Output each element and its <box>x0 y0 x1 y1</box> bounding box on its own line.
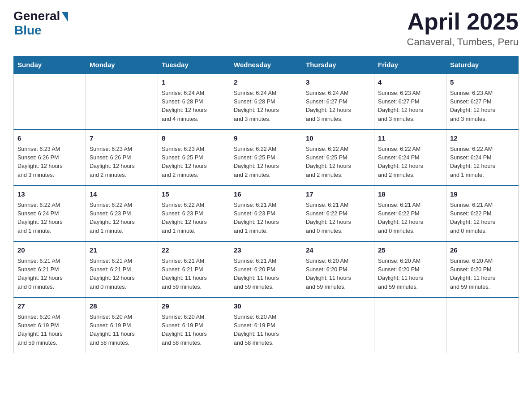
day-number: 12 <box>450 133 515 144</box>
day-number: 15 <box>162 189 226 200</box>
day-number: 11 <box>378 133 442 144</box>
day-info: Sunrise: 6:20 AMSunset: 6:19 PMDaylight:… <box>234 313 298 348</box>
calendar-cell: 24Sunrise: 6:20 AMSunset: 6:20 PMDayligh… <box>302 241 374 297</box>
day-number: 28 <box>90 301 154 312</box>
day-number: 3 <box>306 77 370 88</box>
logo-blue-text: Blue <box>14 23 42 38</box>
day-number: 23 <box>234 245 298 256</box>
calendar-cell: 13Sunrise: 6:22 AMSunset: 6:24 PMDayligh… <box>14 185 86 241</box>
calendar-cell: 23Sunrise: 6:21 AMSunset: 6:20 PMDayligh… <box>230 241 302 297</box>
day-info: Sunrise: 6:22 AMSunset: 6:24 PMDaylight:… <box>378 145 442 180</box>
day-number: 14 <box>90 189 154 200</box>
calendar-cell: 30Sunrise: 6:20 AMSunset: 6:19 PMDayligh… <box>230 297 302 353</box>
day-info: Sunrise: 6:22 AMSunset: 6:24 PMDaylight:… <box>17 201 82 236</box>
day-number: 8 <box>162 133 226 144</box>
day-info: Sunrise: 6:22 AMSunset: 6:25 PMDaylight:… <box>234 145 298 180</box>
day-info: Sunrise: 6:21 AMSunset: 6:22 PMDaylight:… <box>306 201 370 236</box>
day-number: 9 <box>234 133 298 144</box>
day-info: Sunrise: 6:22 AMSunset: 6:25 PMDaylight:… <box>306 145 370 180</box>
calendar-cell: 19Sunrise: 6:21 AMSunset: 6:22 PMDayligh… <box>446 185 519 241</box>
day-number: 18 <box>378 189 442 200</box>
day-info: Sunrise: 6:23 AMSunset: 6:26 PMDaylight:… <box>17 145 82 180</box>
day-number: 13 <box>17 189 82 200</box>
calendar-table: SundayMondayTuesdayWednesdayThursdayFrid… <box>13 56 519 353</box>
title-block: April 2025 Canaveral, Tumbes, Peru <box>407 9 519 48</box>
calendar-title: April 2025 <box>407 9 519 34</box>
calendar-cell: 21Sunrise: 6:21 AMSunset: 6:21 PMDayligh… <box>86 241 158 297</box>
calendar-week-row: 1Sunrise: 6:24 AMSunset: 6:28 PMDaylight… <box>14 73 519 129</box>
calendar-subtitle: Canaveral, Tumbes, Peru <box>407 36 519 48</box>
day-info: Sunrise: 6:22 AMSunset: 6:24 PMDaylight:… <box>450 145 515 180</box>
day-number: 10 <box>306 133 370 144</box>
header-friday: Friday <box>374 56 446 74</box>
day-info: Sunrise: 6:23 AMSunset: 6:25 PMDaylight:… <box>162 145 226 180</box>
day-info: Sunrise: 6:20 AMSunset: 6:20 PMDaylight:… <box>306 257 370 292</box>
day-info: Sunrise: 6:23 AMSunset: 6:27 PMDaylight:… <box>450 89 515 124</box>
calendar-cell <box>14 73 86 129</box>
header-saturday: Saturday <box>446 56 519 74</box>
calendar-cell: 28Sunrise: 6:20 AMSunset: 6:19 PMDayligh… <box>86 297 158 353</box>
day-info: Sunrise: 6:21 AMSunset: 6:21 PMDaylight:… <box>17 257 82 292</box>
day-number: 27 <box>17 301 82 312</box>
calendar-cell: 3Sunrise: 6:24 AMSunset: 6:27 PMDaylight… <box>302 73 374 129</box>
header-monday: Monday <box>86 56 158 74</box>
day-info: Sunrise: 6:22 AMSunset: 6:23 PMDaylight:… <box>90 201 154 236</box>
day-number: 22 <box>162 245 226 256</box>
logo-arrow-icon <box>62 12 68 22</box>
day-info: Sunrise: 6:21 AMSunset: 6:22 PMDaylight:… <box>450 201 515 236</box>
calendar-cell: 5Sunrise: 6:23 AMSunset: 6:27 PMDaylight… <box>446 73 519 129</box>
calendar-cell: 18Sunrise: 6:21 AMSunset: 6:22 PMDayligh… <box>374 185 446 241</box>
calendar-week-row: 20Sunrise: 6:21 AMSunset: 6:21 PMDayligh… <box>14 241 519 297</box>
day-number: 26 <box>450 245 515 256</box>
calendar-cell <box>374 297 446 353</box>
calendar-cell: 16Sunrise: 6:21 AMSunset: 6:23 PMDayligh… <box>230 185 302 241</box>
header-wednesday: Wednesday <box>230 56 302 74</box>
calendar-cell: 15Sunrise: 6:22 AMSunset: 6:23 PMDayligh… <box>158 185 230 241</box>
day-info: Sunrise: 6:24 AMSunset: 6:28 PMDaylight:… <box>162 89 226 124</box>
day-number: 17 <box>306 189 370 200</box>
calendar-cell: 29Sunrise: 6:20 AMSunset: 6:19 PMDayligh… <box>158 297 230 353</box>
calendar-cell: 10Sunrise: 6:22 AMSunset: 6:25 PMDayligh… <box>302 129 374 185</box>
calendar-header-row: SundayMondayTuesdayWednesdayThursdayFrid… <box>14 56 519 74</box>
day-number: 4 <box>378 77 442 88</box>
calendar-cell: 14Sunrise: 6:22 AMSunset: 6:23 PMDayligh… <box>86 185 158 241</box>
day-number: 25 <box>378 245 442 256</box>
day-number: 7 <box>90 133 154 144</box>
calendar-cell: 25Sunrise: 6:20 AMSunset: 6:20 PMDayligh… <box>374 241 446 297</box>
day-number: 1 <box>162 77 226 88</box>
day-number: 6 <box>17 133 82 144</box>
header-sunday: Sunday <box>14 56 86 74</box>
day-info: Sunrise: 6:21 AMSunset: 6:21 PMDaylight:… <box>162 257 226 292</box>
calendar-cell: 26Sunrise: 6:20 AMSunset: 6:20 PMDayligh… <box>446 241 519 297</box>
calendar-cell: 12Sunrise: 6:22 AMSunset: 6:24 PMDayligh… <box>446 129 519 185</box>
calendar-cell: 11Sunrise: 6:22 AMSunset: 6:24 PMDayligh… <box>374 129 446 185</box>
day-info: Sunrise: 6:20 AMSunset: 6:19 PMDaylight:… <box>17 313 82 348</box>
day-info: Sunrise: 6:22 AMSunset: 6:23 PMDaylight:… <box>162 201 226 236</box>
calendar-cell <box>446 297 519 353</box>
calendar-cell: 6Sunrise: 6:23 AMSunset: 6:26 PMDaylight… <box>14 129 86 185</box>
day-number: 16 <box>234 189 298 200</box>
day-info: Sunrise: 6:21 AMSunset: 6:20 PMDaylight:… <box>234 257 298 292</box>
day-info: Sunrise: 6:21 AMSunset: 6:21 PMDaylight:… <box>90 257 154 292</box>
logo-general-text: General <box>13 9 60 23</box>
day-info: Sunrise: 6:20 AMSunset: 6:19 PMDaylight:… <box>162 313 226 348</box>
calendar-cell: 8Sunrise: 6:23 AMSunset: 6:25 PMDaylight… <box>158 129 230 185</box>
calendar-cell: 7Sunrise: 6:23 AMSunset: 6:26 PMDaylight… <box>86 129 158 185</box>
calendar-cell: 9Sunrise: 6:22 AMSunset: 6:25 PMDaylight… <box>230 129 302 185</box>
day-info: Sunrise: 6:23 AMSunset: 6:26 PMDaylight:… <box>90 145 154 180</box>
calendar-cell: 20Sunrise: 6:21 AMSunset: 6:21 PMDayligh… <box>14 241 86 297</box>
header-tuesday: Tuesday <box>158 56 230 74</box>
day-number: 24 <box>306 245 370 256</box>
day-number: 2 <box>234 77 298 88</box>
day-number: 19 <box>450 189 515 200</box>
calendar-cell: 2Sunrise: 6:24 AMSunset: 6:28 PMDaylight… <box>230 73 302 129</box>
day-info: Sunrise: 6:21 AMSunset: 6:22 PMDaylight:… <box>378 201 442 236</box>
calendar-cell: 4Sunrise: 6:23 AMSunset: 6:27 PMDaylight… <box>374 73 446 129</box>
day-info: Sunrise: 6:21 AMSunset: 6:23 PMDaylight:… <box>234 201 298 236</box>
day-info: Sunrise: 6:24 AMSunset: 6:27 PMDaylight:… <box>306 89 370 124</box>
day-number: 20 <box>17 245 82 256</box>
header-thursday: Thursday <box>302 56 374 74</box>
calendar-cell <box>302 297 374 353</box>
calendar-cell: 17Sunrise: 6:21 AMSunset: 6:22 PMDayligh… <box>302 185 374 241</box>
day-info: Sunrise: 6:20 AMSunset: 6:19 PMDaylight:… <box>90 313 154 348</box>
